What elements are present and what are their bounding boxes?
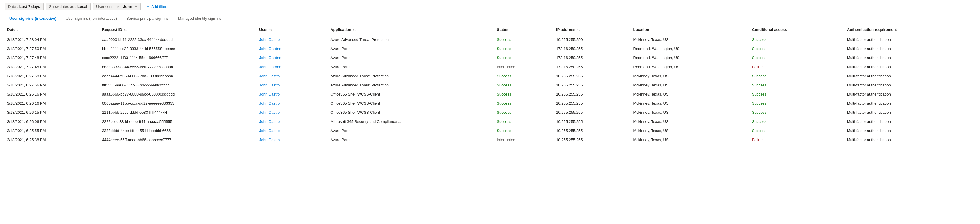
cell-status: Interrupted: [494, 62, 554, 71]
cell-user[interactable]: John Castro: [257, 35, 328, 44]
sort-icon-request-id: ↑↓: [124, 28, 127, 32]
cell-conditionalAccess: Success: [749, 117, 845, 126]
cell-location: Mckinney, Texas, US: [631, 90, 749, 99]
tab-interactive[interactable]: User sign-ins (interactive): [5, 13, 61, 24]
cell-ipAddress: 172.16.250.255: [554, 53, 631, 62]
cell-conditionalAccess: Success: [749, 81, 845, 90]
table-row[interactable]: 3/18/2021, 6:27:58 PMeeee4444-ff55-6666-…: [5, 71, 975, 81]
cell-status: Success: [494, 44, 554, 53]
table-row[interactable]: 3/18/2021, 6:27:56 PMffff5555-aa66-7777-…: [5, 81, 975, 90]
cell-conditionalAccess: Success: [749, 35, 845, 44]
sign-ins-table: Date ↓ Request ID ↑↓ User ↑↓ Application…: [5, 24, 975, 145]
cell-ipAddress: 10.255.255.255: [554, 108, 631, 117]
table-row[interactable]: 3/18/2021, 6:26:16 PMaaaa6666-bb77-8888-…: [5, 90, 975, 99]
col-header-user[interactable]: User ↑↓: [257, 24, 328, 35]
cell-location: Redmond, Washington, US: [631, 62, 749, 71]
table-row[interactable]: 3/18/2021, 7:28:04 PMaaa0000-bb11-2222-3…: [5, 35, 975, 44]
cell-ipAddress: 10.255.255.255: [554, 99, 631, 108]
cell-authnRequirement: Multi-factor authentication: [845, 53, 975, 62]
cell-conditionalAccess: Success: [749, 90, 845, 99]
show-dates-filter-chip[interactable]: Show dates as : Local: [46, 3, 91, 10]
cell-date: 3/18/2021, 6:27:58 PM: [5, 71, 100, 81]
cell-status: Success: [494, 126, 554, 135]
cell-user[interactable]: John Castro: [257, 90, 328, 99]
cell-user[interactable]: John Gardner: [257, 62, 328, 71]
col-header-status[interactable]: Status: [494, 24, 554, 35]
col-header-application[interactable]: Application ↑↓: [328, 24, 494, 35]
cell-date: 3/18/2021, 7:27:48 PM: [5, 53, 100, 62]
table-row[interactable]: 3/18/2021, 6:25:38 PM4444eeee-55ff-aaaa-…: [5, 135, 975, 145]
cell-date: 3/18/2021, 6:26:16 PM: [5, 90, 100, 99]
cell-requestId: dddd3333-ee44-5555-66ff-777777aaaaaa: [100, 62, 257, 71]
cell-status: Success: [494, 108, 554, 117]
cell-user[interactable]: John Gardner: [257, 53, 328, 62]
table-row[interactable]: 3/18/2021, 6:25:55 PM3333dddd-44ee-ffff-…: [5, 126, 975, 135]
col-header-authn-requirement[interactable]: Authentication requirement: [845, 24, 975, 35]
sort-icon-date: ↓: [17, 28, 19, 32]
table-row[interactable]: 3/18/2021, 7:27:45 PMdddd3333-ee44-5555-…: [5, 62, 975, 71]
cell-application: Microsoft 365 Security and Compliance ..…: [328, 117, 494, 126]
col-header-location[interactable]: Location: [631, 24, 749, 35]
cell-status: Success: [494, 99, 554, 108]
date-chip-value: Last 7 days: [19, 5, 40, 9]
table-row[interactable]: 3/18/2021, 7:27:50 PMbbbb1111-cc22-3333-…: [5, 44, 975, 53]
user-filter-chip[interactable]: User contains John ✕: [93, 3, 141, 10]
col-header-date[interactable]: Date ↓: [5, 24, 100, 35]
cell-requestId: ffff5555-aa66-7777-88bb-999999cccccc: [100, 81, 257, 90]
col-header-conditional-access[interactable]: Conditional access: [749, 24, 845, 35]
cell-user[interactable]: John Castro: [257, 71, 328, 81]
cell-location: Mckinney, Texas, US: [631, 126, 749, 135]
table-row[interactable]: 3/18/2021, 7:27:48 PMcccc2222-dd33-4444-…: [5, 53, 975, 62]
sort-icon-application: ↑↓: [353, 28, 356, 32]
tab-service-principal[interactable]: Service principal sign-ins: [121, 13, 173, 24]
cell-requestId: 2222cccc-33dd-eeee-ff44-aaaaaa555555: [100, 117, 257, 126]
cell-date: 3/18/2021, 7:27:50 PM: [5, 44, 100, 53]
cell-authnRequirement: Multi-factor authentication: [845, 35, 975, 44]
cell-date: 3/18/2021, 7:28:04 PM: [5, 35, 100, 44]
cell-authnRequirement: Multi-factor authentication: [845, 90, 975, 99]
cell-date: 3/18/2021, 6:27:56 PM: [5, 81, 100, 90]
cell-ipAddress: 172.16.250.255: [554, 62, 631, 71]
cell-conditionalAccess: Success: [749, 108, 845, 117]
sign-ins-table-container: Date ↓ Request ID ↑↓ User ↑↓ Application…: [0, 24, 980, 145]
cell-application: Azure Portal: [328, 62, 494, 71]
cell-user[interactable]: John Castro: [257, 108, 328, 117]
cell-application: Azure Portal: [328, 53, 494, 62]
add-filters-label: Add filters: [151, 5, 168, 9]
table-row[interactable]: 3/18/2021, 6:26:15 PM1111bbbb-22cc-dddd-…: [5, 108, 975, 117]
cell-date: 3/18/2021, 6:25:55 PM: [5, 126, 100, 135]
add-filters-button[interactable]: ＋ Add filters: [143, 2, 172, 11]
cell-conditionalAccess: Success: [749, 53, 845, 62]
col-header-request-id[interactable]: Request ID ↑↓: [100, 24, 257, 35]
cell-user[interactable]: John Castro: [257, 99, 328, 108]
cell-ipAddress: 172.16.250.255: [554, 44, 631, 53]
table-row[interactable]: 3/18/2021, 6:26:06 PM2222cccc-33dd-eeee-…: [5, 117, 975, 126]
col-header-ip-address[interactable]: IP address ↑↓: [554, 24, 631, 35]
cell-authnRequirement: Multi-factor authentication: [845, 108, 975, 117]
cell-location: Mckinney, Texas, US: [631, 81, 749, 90]
cell-user[interactable]: John Gardner: [257, 44, 328, 53]
cell-location: Mckinney, Texas, US: [631, 35, 749, 44]
cell-ipAddress: 10.255.255.255: [554, 81, 631, 90]
cell-user[interactable]: John Castro: [257, 126, 328, 135]
cell-status: Success: [494, 35, 554, 44]
cell-date: 3/18/2021, 6:26:15 PM: [5, 108, 100, 117]
cell-conditionalAccess: Success: [749, 44, 845, 53]
sort-icon-user: ↑↓: [269, 28, 272, 32]
cell-authnRequirement: Multi-factor authentication: [845, 135, 975, 145]
cell-user[interactable]: John Castro: [257, 135, 328, 145]
date-filter-chip[interactable]: Date : Last 7 days: [5, 3, 43, 10]
cell-status: Success: [494, 53, 554, 62]
cell-authnRequirement: Multi-factor authentication: [845, 62, 975, 71]
user-filter-close-icon[interactable]: ✕: [134, 5, 137, 8]
filter-bar: Date : Last 7 days Show dates as : Local…: [0, 0, 980, 13]
table-row[interactable]: 3/18/2021, 6:26:16 PM0000aaaa-11bb-cccc-…: [5, 99, 975, 108]
cell-user[interactable]: John Castro: [257, 81, 328, 90]
cell-authnRequirement: Multi-factor authentication: [845, 117, 975, 126]
tab-non-interactive[interactable]: User sign-ins (non-interactive): [61, 13, 121, 24]
cell-user[interactable]: John Castro: [257, 117, 328, 126]
tab-managed-identity[interactable]: Managed identity sign-ins: [173, 13, 226, 24]
cell-ipAddress: 10.255.255.255: [554, 71, 631, 81]
cell-application: Azure Advanced Threat Protection: [328, 81, 494, 90]
show-dates-chip-label: Show dates as :: [49, 5, 76, 9]
